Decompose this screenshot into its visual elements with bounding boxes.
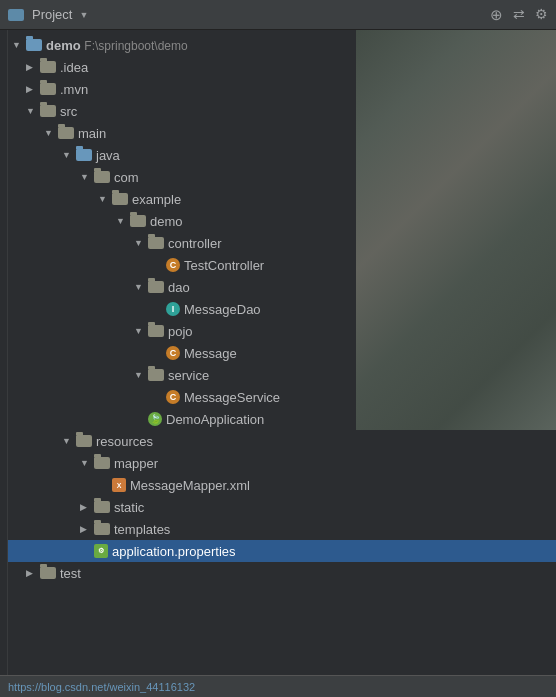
folder-icon-example — [112, 193, 128, 205]
folder-icon-controller — [148, 237, 164, 249]
tree-item-demoapplication[interactable]: 🍃 DemoApplication — [8, 408, 556, 430]
label-src: src — [60, 104, 77, 119]
tree-panel[interactable]: demo F:\springboot\demo .idea .mvn src — [8, 30, 556, 697]
arrow-com — [80, 172, 94, 182]
tree-item-templates[interactable]: templates — [8, 518, 556, 540]
tree-item-application-properties[interactable]: ⚙ application.properties — [8, 540, 556, 562]
url-label[interactable]: https://blog.csdn.net/weixin_44116132 — [8, 681, 195, 693]
tree-item-demo-root[interactable]: demo F:\springboot\demo — [8, 34, 556, 56]
tree-item-pojo[interactable]: pojo — [8, 320, 556, 342]
tree-item-message[interactable]: C Message — [8, 342, 556, 364]
label-com: com — [114, 170, 139, 185]
folder-icon-resources — [76, 435, 92, 447]
label-testcontroller: TestController — [184, 258, 264, 273]
main-container: demo F:\springboot\demo .idea .mvn src — [0, 30, 556, 697]
label-resources: resources — [96, 434, 153, 449]
arrow-resources — [62, 436, 76, 446]
arrow-example — [98, 194, 112, 204]
label-main: main — [78, 126, 106, 141]
header-dropdown-icon[interactable]: ▼ — [79, 10, 88, 20]
label-demo-folder: demo — [150, 214, 183, 229]
tree-item-src[interactable]: src — [8, 100, 556, 122]
tree-item-main[interactable]: main — [8, 122, 556, 144]
arrow-templates — [80, 524, 94, 534]
tree-item-static[interactable]: static — [8, 496, 556, 518]
tree-item-resources[interactable]: resources — [8, 430, 556, 452]
label-example: example — [132, 192, 181, 207]
arrow-controller — [134, 238, 148, 248]
label-idea: .idea — [60, 60, 88, 75]
folder-icon-demo-root — [26, 39, 42, 51]
bottom-bar: https://blog.csdn.net/weixin_44116132 — [0, 675, 556, 697]
tree-item-messagedao[interactable]: I MessageDao — [8, 298, 556, 320]
label-controller: controller — [168, 236, 221, 251]
folder-icon-dao — [148, 281, 164, 293]
tree-item-mapper[interactable]: mapper — [8, 452, 556, 474]
arrow-mapper — [80, 458, 94, 468]
tree-item-messagemapper[interactable]: X MessageMapper.xml — [8, 474, 556, 496]
label-mvn: .mvn — [60, 82, 88, 97]
class-icon-messageservice: C — [166, 390, 180, 404]
arrow-static — [80, 502, 94, 512]
settings-icon[interactable]: ⚙ — [535, 6, 548, 24]
interface-icon-messagedao: I — [166, 302, 180, 316]
label-application-properties: application.properties — [112, 544, 236, 559]
arrow-idea — [26, 62, 40, 72]
arrow-java — [62, 150, 76, 160]
tree-item-java[interactable]: java — [8, 144, 556, 166]
properties-icon-application: ⚙ — [94, 544, 108, 558]
folder-icon-com — [94, 171, 110, 183]
side-strip — [0, 30, 8, 697]
tree-item-messageservice[interactable]: C MessageService — [8, 386, 556, 408]
label-demo-root: demo F:\springboot\demo — [46, 38, 188, 53]
project-folder-icon — [8, 9, 24, 21]
tree-item-dao[interactable]: dao — [8, 276, 556, 298]
label-test: test — [60, 566, 81, 581]
header-icons: ⊕ ⇄ ⚙ — [490, 6, 548, 24]
add-icon[interactable]: ⊕ — [490, 6, 503, 24]
arrow-mvn — [26, 84, 40, 94]
header: Project ▼ ⊕ ⇄ ⚙ — [0, 0, 556, 30]
arrow-demo-folder — [116, 216, 130, 226]
arrow-service — [134, 370, 148, 380]
folder-icon-pojo — [148, 325, 164, 337]
transfer-icon[interactable]: ⇄ — [513, 6, 525, 24]
label-dao: dao — [168, 280, 190, 295]
header-title: Project ▼ — [8, 7, 88, 22]
label-messageservice: MessageService — [184, 390, 280, 405]
label-messagemapper: MessageMapper.xml — [130, 478, 250, 493]
class-icon-message: C — [166, 346, 180, 360]
label-service: service — [168, 368, 209, 383]
label-templates: templates — [114, 522, 170, 537]
label-demoapplication: DemoApplication — [166, 412, 264, 427]
class-icon-testcontroller: C — [166, 258, 180, 272]
folder-icon-demo-folder — [130, 215, 146, 227]
tree-item-service[interactable]: service — [8, 364, 556, 386]
arrow-demo-root — [12, 40, 26, 50]
tree-item-test[interactable]: test — [8, 562, 556, 584]
tree-item-example[interactable]: example — [8, 188, 556, 210]
header-title-label: Project — [32, 7, 72, 22]
folder-icon-mapper — [94, 457, 110, 469]
label-mapper: mapper — [114, 456, 158, 471]
tree-item-controller[interactable]: controller — [8, 232, 556, 254]
arrow-test — [26, 568, 40, 578]
tree-item-demo-folder[interactable]: demo — [8, 210, 556, 232]
label-message: Message — [184, 346, 237, 361]
folder-icon-idea — [40, 61, 56, 73]
folder-icon-test — [40, 567, 56, 579]
label-java: java — [96, 148, 120, 163]
label-pojo: pojo — [168, 324, 193, 339]
tree-item-idea[interactable]: .idea — [8, 56, 556, 78]
tree-item-com[interactable]: com — [8, 166, 556, 188]
arrow-src — [26, 106, 40, 116]
folder-icon-templates — [94, 523, 110, 535]
arrow-pojo — [134, 326, 148, 336]
spring-icon-demoapplication: 🍃 — [148, 412, 162, 426]
arrow-dao — [134, 282, 148, 292]
folder-icon-main — [58, 127, 74, 139]
label-static: static — [114, 500, 144, 515]
tree-item-testcontroller[interactable]: C TestController — [8, 254, 556, 276]
tree-item-mvn[interactable]: .mvn — [8, 78, 556, 100]
xml-icon-messagemapper: X — [112, 478, 126, 492]
